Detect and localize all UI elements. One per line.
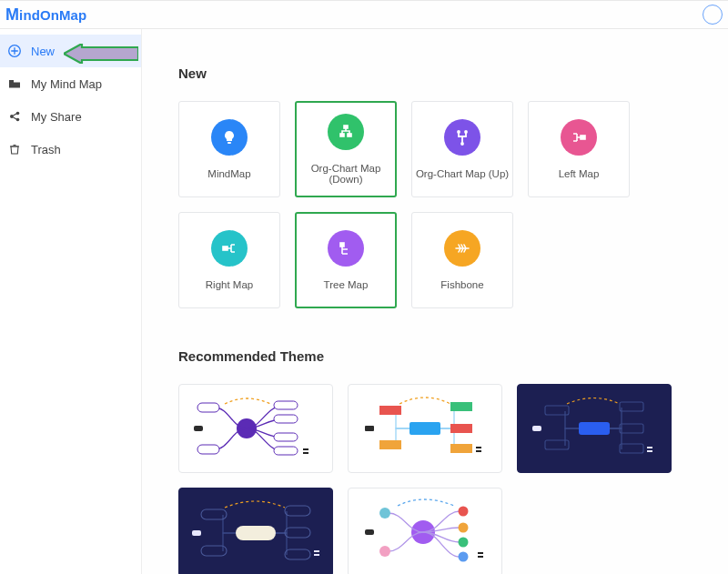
section-heading-new: New — [178, 65, 701, 81]
sidebar-item-myshare[interactable]: My Share — [0, 100, 141, 133]
template-rightmap[interactable]: Right Map — [178, 212, 280, 308]
sidebar-item-mymindmap[interactable]: My Mind Map — [0, 67, 141, 100]
theme-preview-icon — [183, 491, 329, 573]
svg-rect-21 — [274, 447, 298, 455]
sidebar-item-label: My Share — [31, 110, 82, 124]
trash-icon — [7, 142, 22, 156]
topbar: MMindOnMapindOnMap — [0, 0, 728, 29]
theme-card-dark-navy[interactable] — [517, 384, 672, 473]
svg-rect-29 — [365, 426, 374, 431]
user-avatar-icon[interactable] — [703, 5, 723, 25]
theme-preview-icon — [352, 388, 498, 469]
svg-rect-12 — [581, 136, 585, 139]
template-fishbone[interactable]: Fishbone — [411, 212, 513, 308]
template-mindmap[interactable]: MindMap — [178, 101, 280, 197]
svg-rect-7 — [340, 134, 344, 136]
template-label: MindMap — [207, 168, 250, 179]
template-label: Right Map — [206, 279, 253, 290]
svg-rect-24 — [379, 406, 401, 415]
svg-rect-8 — [348, 134, 351, 136]
theme-preview-icon — [521, 388, 667, 469]
svg-rect-33 — [620, 402, 643, 411]
svg-rect-19 — [274, 415, 298, 423]
main: New MindMap Org-Chart Map (Down) Org-Cha… — [142, 29, 728, 574]
svg-rect-37 — [236, 526, 276, 540]
svg-rect-20 — [274, 433, 298, 441]
template-treemap[interactable]: Tree Map — [295, 212, 397, 308]
sidebar-item-label: Trash — [31, 143, 61, 156]
bulb-icon — [211, 119, 248, 156]
svg-point-47 — [459, 507, 469, 517]
template-orgchart-down[interactable]: Org-Chart Map (Down) — [295, 101, 397, 197]
template-leftmap[interactable]: Left Map — [528, 101, 630, 197]
left-icon — [561, 119, 597, 156]
theme-card-violet-radial[interactable] — [348, 488, 502, 574]
hier-icon — [328, 114, 364, 150]
svg-point-48 — [459, 523, 469, 533]
svg-rect-18 — [274, 401, 298, 409]
fork-icon — [444, 119, 480, 156]
section-heading-recommended: Recommended Theme — [178, 348, 701, 364]
share-icon — [7, 109, 22, 124]
fish-icon — [444, 230, 480, 267]
svg-point-11 — [465, 131, 467, 133]
template-label: Org-Chart Map (Down) — [297, 163, 395, 185]
svg-rect-35 — [620, 444, 643, 453]
plus-circle-icon — [7, 44, 22, 58]
svg-point-4 — [16, 118, 20, 122]
svg-rect-16 — [197, 403, 219, 412]
svg-rect-34 — [620, 424, 643, 433]
tree-icon — [328, 230, 364, 267]
svg-rect-40 — [285, 506, 310, 516]
svg-rect-28 — [450, 444, 472, 453]
svg-rect-36 — [532, 426, 541, 431]
svg-rect-23 — [410, 422, 440, 435]
template-label: Org-Chart Map (Up) — [416, 168, 509, 179]
template-orgchart-up[interactable]: Org-Chart Map (Up) — [411, 101, 513, 197]
theme-card-purple-radial[interactable] — [178, 384, 333, 473]
svg-point-49 — [459, 538, 469, 548]
svg-rect-30 — [579, 422, 610, 435]
template-label: Fishbone — [440, 279, 483, 290]
folder-icon — [7, 76, 22, 91]
svg-point-3 — [16, 112, 20, 116]
svg-rect-51 — [365, 529, 374, 535]
template-label: Tree Map — [324, 279, 369, 290]
svg-rect-27 — [450, 424, 472, 433]
svg-point-9 — [461, 143, 463, 145]
svg-point-46 — [379, 546, 390, 557]
theme-card-color-blocks[interactable] — [348, 384, 502, 473]
theme-card-dark-capsule[interactable] — [178, 488, 333, 574]
svg-rect-43 — [192, 530, 201, 536]
svg-rect-13 — [223, 247, 228, 250]
sidebar-item-label: My Mind Map — [31, 77, 102, 91]
sidebar-item-new[interactable]: New — [0, 35, 141, 67]
right-icon — [211, 230, 248, 267]
template-grid: MindMap Org-Chart Map (Down) Org-Chart M… — [178, 101, 701, 308]
svg-rect-5 — [228, 142, 231, 144]
svg-rect-25 — [379, 440, 401, 449]
svg-rect-1 — [9, 80, 14, 82]
sidebar-item-trash[interactable]: Trash — [0, 133, 141, 166]
svg-rect-22 — [194, 426, 203, 431]
theme-preview-icon — [352, 491, 498, 573]
svg-point-10 — [458, 131, 460, 133]
sidebar: New My Mind Map My Share Trash — [0, 29, 142, 574]
theme-grid — [178, 384, 701, 574]
svg-point-50 — [459, 552, 469, 562]
sidebar-item-label: New — [31, 45, 55, 58]
svg-point-45 — [379, 508, 390, 519]
theme-preview-icon — [183, 388, 329, 469]
template-label: Left Map — [559, 168, 600, 179]
svg-rect-41 — [285, 528, 310, 538]
svg-rect-17 — [197, 445, 219, 454]
svg-rect-6 — [344, 126, 348, 128]
svg-rect-26 — [450, 402, 472, 411]
svg-rect-42 — [285, 549, 310, 559]
svg-rect-14 — [340, 243, 344, 247]
logo: MMindOnMapindOnMap — [5, 5, 86, 25]
